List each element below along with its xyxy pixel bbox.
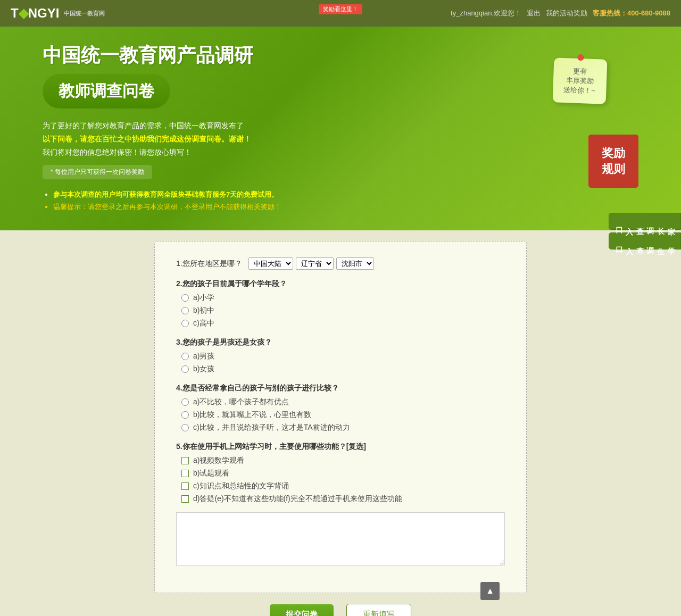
- q4-radio-b[interactable]: [181, 411, 189, 419]
- q4-option-b[interactable]: b)比较，就算嘴上不说，心里也有数: [181, 410, 505, 420]
- prize-note-box: 更有 丰厚奖励 送给你！~: [553, 57, 607, 104]
- submit-button[interactable]: 提交问卷: [270, 604, 334, 616]
- my-activities-link[interactable]: 我的活动奖励: [546, 9, 587, 18]
- banner-note: * 每位用户只可获得一次问卷奖励: [43, 165, 152, 179]
- q5-checkbox-c[interactable]: [181, 482, 189, 490]
- banner-desc: 为了更好的了解您对教育产品的需求，中国统一教育网发布了 以下问卷，请您在百忙之中…: [43, 119, 638, 160]
- q5-option-b[interactable]: b)试题观看: [181, 469, 505, 478]
- user-greeting: ty_zhangqian,欢迎您！: [451, 9, 521, 18]
- survey-form: 1.您所在地区是哪？ 中国大陆 海外 辽宁省 北京市 上海市 广东省 沈阳市 大…: [154, 241, 527, 593]
- q4-label: 4.您是否经常拿自己的孩子与别的孩子进行比较？: [176, 384, 505, 393]
- q2-radio-b[interactable]: [181, 307, 189, 314]
- q4-option-c[interactable]: c)比较，并且说给孩子听，这才是TA前进的动力: [181, 423, 505, 432]
- q5-checkbox-d[interactable]: [181, 495, 189, 503]
- question-5: 5.你在使用手机上网站学习时，主要使用哪些功能？[复选] a)视频数学观看 b)…: [176, 442, 505, 567]
- q5-checkbox-b[interactable]: [181, 470, 189, 477]
- desc-em: 以下问卷: [43, 135, 72, 143]
- prize-rules-button[interactable]: 奖励 规则: [588, 135, 638, 188]
- additional-comment-textarea[interactable]: [176, 512, 505, 565]
- main-wrapper: 1.您所在地区是哪？ 中国大陆 海外 辽宁省 北京市 上海市 广东省 沈阳市 大…: [0, 230, 681, 616]
- parent-survey-tab[interactable]: 家 长 调 查 入 口: [609, 213, 681, 230]
- header-badge: 奖励看这里！: [319, 4, 362, 14]
- q1-select-city[interactable]: 沈阳市 大连市 鞍山市: [336, 257, 374, 270]
- header-right: ty_zhangqian,欢迎您！ 退出 我的活动奖励 客服热线：400-680…: [451, 9, 670, 18]
- q2-radio-c[interactable]: [181, 320, 189, 327]
- q4-options: a)不比较，哪个孩子都有优点 b)比较，就算嘴上不说，心里也有数 c)比较，并且…: [176, 397, 505, 432]
- q3-options: a)男孩 b)女孩: [176, 352, 505, 374]
- q2-label: 2.您的孩子目前属于哪个学年段？: [176, 279, 505, 289]
- hotline: 客服热线：400-680-9088: [593, 9, 670, 18]
- student-survey-tab[interactable]: 学 生 调 查 入 口: [609, 232, 681, 249]
- q3-radio-b[interactable]: [181, 365, 189, 373]
- question-4: 4.您是否经常拿自己的孩子与别的孩子进行比较？ a)不比较，哪个孩子都有优点 b…: [176, 384, 505, 432]
- banner-subtitle: 教师调查问卷: [59, 82, 154, 99]
- q3-radio-a[interactable]: [181, 353, 189, 360]
- q2-option-c[interactable]: c)高中: [181, 319, 505, 328]
- q4-radio-a[interactable]: [181, 398, 189, 406]
- q5-option-c[interactable]: c)知识点和总结性的文字背诵: [181, 481, 505, 491]
- question-2: 2.您的孩子目前属于哪个学年段？ a)小学 b)初中 c)高中: [176, 279, 505, 328]
- q2-radio-a[interactable]: [181, 294, 189, 302]
- banner-subtitle-box: 教师调查问卷: [43, 74, 170, 109]
- q4-radio-c[interactable]: [181, 424, 189, 431]
- q3-label: 3.您的孩子是男孩还是女孩？: [176, 338, 505, 347]
- q1-label: 1.您所在地区是哪？: [176, 259, 242, 268]
- question-3: 3.您的孩子是男孩还是女孩？ a)男孩 b)女孩: [176, 338, 505, 374]
- q2-option-b[interactable]: b)初中: [181, 306, 505, 315]
- q5-options: a)视频数学观看 b)试题观看 c)知识点和总结性的文字背诵 d)答疑(e)不知…: [176, 456, 505, 504]
- logo: T◆NGYI 中国统一教育网: [11, 6, 105, 21]
- q5-option-d[interactable]: d)答疑(e)不知道有这些功能(f)完全不想通过手机来使用这些功能: [181, 494, 505, 504]
- logout-link[interactable]: 退出: [527, 9, 541, 18]
- logo-cn: 中国统一教育网: [64, 10, 105, 18]
- reset-button[interactable]: 重新填写: [346, 604, 411, 616]
- q5-checkbox-a[interactable]: [181, 457, 189, 464]
- q2-option-a[interactable]: a)小学: [181, 293, 505, 303]
- submit-area: 提交问卷 重新填写: [0, 593, 681, 616]
- q1-select-province[interactable]: 辽宁省 北京市 上海市 广东省: [296, 257, 334, 270]
- q5-label: 5.你在使用手机上网站学习时，主要使用哪些功能？[复选]: [176, 442, 505, 452]
- sidebar-right: 家 长 调 查 入 口 学 生 调 查 入 口: [609, 213, 681, 252]
- header: T◆NGYI 中国统一教育网 奖励看这里！ ty_zhangqian,欢迎您！ …: [0, 0, 681, 27]
- banner: 中国统一教育网产品调研 教师调查问卷 为了更好的了解您对教育产品的需求，中国统一…: [0, 27, 681, 230]
- banner-bullets: 参与本次调查的用户均可获得教育网全版块基础教育服务7天的免费试用。 温馨提示：请…: [43, 190, 638, 212]
- scroll-up-button[interactable]: ▲: [480, 582, 500, 600]
- banner-title: 中国统一教育网产品调研: [43, 43, 638, 69]
- q5-option-a[interactable]: a)视频数学观看: [181, 456, 505, 465]
- q3-option-b[interactable]: b)女孩: [181, 364, 505, 374]
- q4-option-a[interactable]: a)不比较，哪个孩子都有优点: [181, 397, 505, 407]
- q1-select-region[interactable]: 中国大陆 海外: [248, 257, 293, 270]
- q2-options: a)小学 b)初中 c)高中: [176, 293, 505, 328]
- question-1: 1.您所在地区是哪？ 中国大陆 海外 辽宁省 北京市 上海市 广东省 沈阳市 大…: [176, 257, 505, 270]
- logo-text: T◆NGYI: [11, 6, 59, 21]
- q3-option-a[interactable]: a)男孩: [181, 352, 505, 361]
